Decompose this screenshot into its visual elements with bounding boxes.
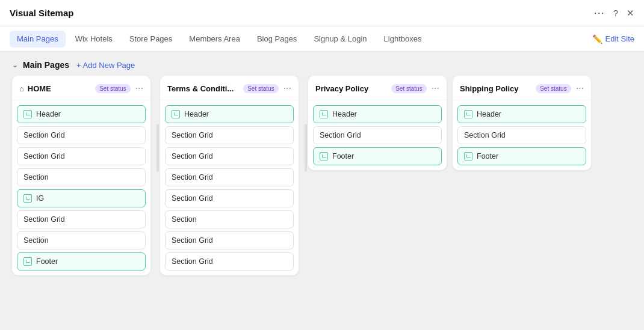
list-item[interactable]: Footer — [17, 252, 146, 270]
card-title-home: HOME — [28, 84, 91, 93]
more-menu-shipping[interactable]: ··· — [576, 83, 584, 94]
more-icon[interactable]: ··· — [594, 7, 605, 19]
tab-wix-hotels[interactable]: Wix Hotels — [68, 31, 120, 47]
pencil-icon: ✏️ — [592, 34, 602, 44]
add-new-page-button[interactable]: + Add New Page — [76, 61, 135, 70]
list-item[interactable]: Header — [313, 105, 442, 123]
scroll-divider — [156, 124, 159, 172]
card-title-terms: Terms & Conditi... — [167, 84, 240, 93]
list-item[interactable]: Footer — [457, 147, 586, 165]
titlebar-actions: ··· ? ✕ — [594, 7, 634, 19]
add-page-label: + Add New Page — [76, 61, 135, 70]
card-header-shipping: Shipping Policy Set status ··· — [453, 76, 591, 100]
card-header-terms: Terms & Conditi... Set status ··· — [160, 76, 299, 100]
tabs-list: Main Pages Wix Hotels Store Pages Member… — [10, 26, 429, 51]
app-title: Visual Sitemap — [10, 8, 73, 18]
card-items-home: Header Section Grid Section Grid Section… — [12, 100, 150, 275]
list-item[interactable]: Section Grid — [17, 210, 146, 228]
tab-store-pages[interactable]: Store Pages — [122, 31, 180, 47]
list-item[interactable]: Section Grid — [165, 231, 294, 249]
ig-icon — [23, 194, 32, 203]
pages-header: ⌄ Main Pages + Add New Page — [0, 52, 644, 76]
list-item[interactable]: Section — [17, 231, 146, 249]
edit-site-label: Edit Site — [605, 34, 634, 43]
section-title: Main Pages — [23, 60, 69, 70]
card-title-shipping: Shipping Policy — [460, 84, 532, 93]
scroll-divider — [305, 124, 307, 172]
footer-icon — [464, 152, 472, 160]
close-icon[interactable]: ✕ — [627, 8, 634, 19]
list-item[interactable]: Section Grid — [165, 189, 294, 207]
column-privacy: Privacy Policy Set status ··· Header Sec… — [308, 76, 447, 323]
cards-area: ⌂ HOME Set status ··· Header Section Gri… — [0, 76, 644, 323]
tab-signup-login[interactable]: Signup & Login — [306, 31, 374, 47]
list-item[interactable]: Header — [165, 105, 294, 123]
list-item[interactable]: IG — [17, 189, 146, 207]
header-icon — [320, 110, 328, 118]
header-icon — [23, 110, 32, 118]
tab-members-area[interactable]: Members Area — [182, 31, 247, 47]
list-item[interactable]: Header — [457, 105, 586, 123]
more-menu-terms[interactable]: ··· — [283, 83, 291, 94]
edit-site-button[interactable]: ✏️ Edit Site — [592, 34, 634, 44]
column-home: ⌂ HOME Set status ··· Header Section Gri… — [12, 76, 150, 323]
list-item[interactable]: Section Grid — [313, 126, 442, 144]
more-menu-home[interactable]: ··· — [135, 83, 143, 94]
column-terms: Terms & Conditi... Set status ··· Header… — [160, 76, 299, 323]
tab-blog-pages[interactable]: Blog Pages — [250, 31, 305, 47]
header-icon — [172, 110, 180, 118]
header-icon — [464, 110, 472, 118]
list-item[interactable]: Section Grid — [165, 252, 294, 270]
list-item[interactable]: Section Grid — [17, 126, 146, 144]
set-status-shipping[interactable]: Set status — [536, 84, 571, 93]
card-home: ⌂ HOME Set status ··· Header Section Gri… — [12, 76, 150, 275]
card-header-home: ⌂ HOME Set status ··· — [12, 76, 150, 100]
card-items-terms: Header Section Grid Section Grid Section… — [160, 100, 299, 275]
chevron-down-icon[interactable]: ⌄ — [12, 61, 18, 69]
more-menu-privacy[interactable]: ··· — [432, 83, 439, 94]
card-title-privacy: Privacy Policy — [315, 84, 388, 93]
tab-lightboxes[interactable]: Lightboxes — [377, 31, 429, 47]
card-items-shipping: Header Section Grid Footer — [453, 100, 591, 170]
list-item[interactable]: Section Grid — [457, 126, 586, 144]
card-items-privacy: Header Section Grid Footer — [308, 100, 447, 170]
tabs-bar: Main Pages Wix Hotels Store Pages Member… — [0, 26, 644, 52]
titlebar: Visual Sitemap ··· ? ✕ — [0, 0, 644, 26]
card-terms: Terms & Conditi... Set status ··· Header… — [160, 76, 299, 275]
list-item[interactable]: Section — [17, 168, 146, 186]
set-status-terms[interactable]: Set status — [243, 84, 278, 93]
set-status-privacy[interactable]: Set status — [391, 84, 426, 93]
list-item[interactable]: Section Grid — [165, 147, 294, 165]
list-item[interactable]: Footer — [313, 147, 442, 165]
list-item[interactable]: Section Grid — [17, 147, 146, 165]
list-item[interactable]: Section Grid — [165, 168, 294, 186]
card-privacy: Privacy Policy Set status ··· Header Sec… — [308, 76, 447, 170]
home-icon: ⌂ — [19, 84, 24, 93]
list-item[interactable]: Header — [17, 105, 146, 123]
list-item[interactable]: Section Grid — [165, 126, 294, 144]
footer-icon — [23, 257, 32, 266]
set-status-home[interactable]: Set status — [95, 84, 130, 93]
help-icon[interactable]: ? — [613, 8, 618, 18]
tab-main-pages[interactable]: Main Pages — [10, 31, 66, 47]
card-header-privacy: Privacy Policy Set status ··· — [308, 76, 447, 100]
list-item[interactable]: Section — [165, 210, 294, 228]
footer-icon — [320, 152, 328, 160]
column-shipping: Shipping Policy Set status ··· Header Se… — [453, 76, 591, 323]
card-shipping: Shipping Policy Set status ··· Header Se… — [453, 76, 591, 170]
